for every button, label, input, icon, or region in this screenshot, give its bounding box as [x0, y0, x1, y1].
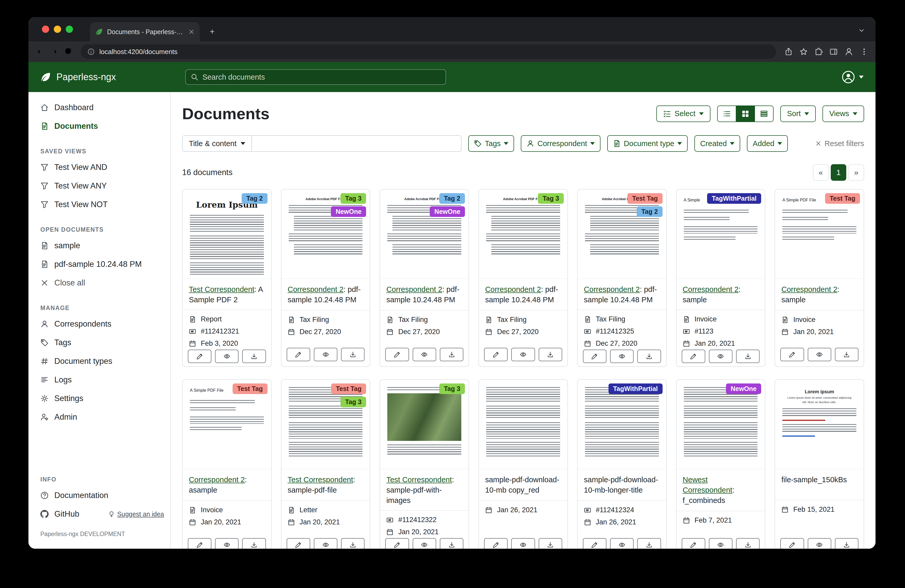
document-thumbnail[interactable]: Adobe Acrobat PDF Files Tag 3 [479, 190, 567, 279]
forward-icon[interactable] [50, 47, 59, 56]
edit-button[interactable] [385, 538, 409, 549]
tag-badge[interactable]: Tag 2 [439, 193, 465, 204]
document-type-filter-button[interactable]: Document type [607, 135, 687, 152]
download-button[interactable] [341, 538, 365, 549]
views-button[interactable]: Views [822, 106, 864, 122]
tag-badge[interactable]: NewOne [331, 206, 366, 217]
edit-button[interactable] [287, 538, 310, 549]
download-button[interactable] [539, 538, 562, 549]
correspondent-filter-button[interactable]: Correspondent [521, 135, 600, 152]
minimize-window-button[interactable] [54, 25, 61, 33]
sidebar-item-documentation[interactable]: Documentation [29, 486, 170, 505]
pagination-page-1[interactable]: 1 [831, 164, 846, 181]
app-brand[interactable]: Paperless-ngx [40, 71, 116, 82]
sidebar-item-documents[interactable]: Documents [29, 117, 170, 135]
bookmark-star-icon[interactable] [799, 48, 808, 56]
document-thumbnail[interactable]: Adobe Acrobat PDF Files Tag 2NewOne [380, 190, 468, 279]
sidebar-item-test-view-any[interactable]: Test View ANY [29, 177, 170, 195]
view-button[interactable] [314, 348, 337, 361]
search-input[interactable] [202, 73, 440, 81]
view-button[interactable] [215, 350, 238, 363]
back-icon[interactable] [36, 47, 44, 56]
edit-button[interactable] [583, 350, 607, 363]
view-button[interactable] [413, 538, 436, 549]
download-button[interactable] [440, 348, 464, 361]
view-button[interactable] [808, 348, 831, 361]
edit-button[interactable] [583, 538, 607, 549]
correspondent-link[interactable]: Newest Correspondent [683, 475, 732, 494]
view-button[interactable] [215, 538, 238, 549]
extensions-puzzle-icon[interactable] [814, 48, 823, 56]
document-thumbnail[interactable]: Adobe Acrobat PDF Files Tag 3NewOne [281, 190, 370, 279]
pagination-next[interactable]: » [848, 164, 864, 181]
edit-button[interactable] [287, 348, 310, 361]
created-filter-button[interactable]: Created [694, 135, 740, 152]
filter-text-input[interactable] [252, 135, 462, 152]
browser-tab[interactable]: Documents - Paperless-ngx [90, 22, 200, 41]
browser-profile-icon[interactable] [845, 47, 853, 56]
document-thumbnail[interactable]: A Simple PDF File Test Tag [775, 190, 864, 279]
select-button[interactable]: Select [656, 106, 710, 122]
sidebar-item-admin[interactable]: Admin [29, 408, 170, 426]
view-button[interactable] [808, 538, 831, 549]
document-thumbnail[interactable]: Lorem ipsum Lorem ipsum dolor sit amet, … [775, 380, 864, 469]
sidebar-item-document-types[interactable]: Document types [29, 352, 170, 371]
sidebar-item-test-view-and[interactable]: Test View AND [29, 158, 170, 177]
edit-button[interactable] [484, 348, 508, 361]
sidebar-item-open-doc-pdf-sample[interactable]: pdf-sample 10.24.48 PM [29, 255, 170, 274]
tags-filter-button[interactable]: Tags [468, 135, 514, 152]
sort-button[interactable]: Sort [780, 106, 816, 122]
view-button[interactable] [314, 538, 337, 549]
correspondent-link[interactable]: Test Correspondent [288, 475, 353, 484]
correspondent-link[interactable]: Correspondent 2 [781, 285, 837, 293]
share-icon[interactable] [784, 48, 793, 56]
view-button[interactable] [610, 538, 634, 549]
url-text[interactable]: localhost:4200/documents [99, 48, 178, 56]
correspondent-link[interactable]: Test Correspondent [189, 285, 254, 293]
download-button[interactable] [539, 348, 562, 361]
correspondent-link[interactable]: Correspondent 2 [485, 285, 541, 293]
tab-search-chevron-icon[interactable] [858, 27, 865, 36]
view-button[interactable] [413, 348, 436, 361]
edit-button[interactable] [484, 538, 508, 549]
edit-button[interactable] [188, 350, 211, 363]
tag-badge[interactable]: Tag 3 [340, 193, 366, 204]
document-thumbnail[interactable]: Tag 3 [380, 380, 468, 469]
edit-button[interactable] [188, 538, 211, 549]
view-details-button[interactable] [754, 106, 773, 122]
download-button[interactable] [835, 348, 859, 361]
sidebar-item-logs[interactable]: Logs [29, 371, 170, 389]
tag-badge[interactable]: NewOne [726, 384, 761, 394]
view-button[interactable] [610, 350, 634, 363]
download-button[interactable] [242, 538, 266, 549]
view-button[interactable] [709, 538, 732, 549]
document-thumbnail[interactable]: TagWithPartial [578, 380, 666, 469]
document-thumbnail[interactable]: Lorem Ipsum Tag 2 [183, 190, 271, 279]
document-thumbnail[interactable]: Test TagTag 3 [281, 380, 370, 469]
suggest-idea-link[interactable]: Suggest an idea [108, 510, 164, 518]
tag-badge[interactable]: Tag 3 [538, 193, 564, 204]
correspondent-link[interactable]: Test Correspondent [386, 475, 452, 484]
edit-button[interactable] [780, 538, 804, 549]
correspondent-link[interactable]: Correspondent 2 [288, 285, 344, 293]
tab-close-icon[interactable] [188, 29, 195, 35]
sidebar-item-open-doc-sample[interactable]: sample [29, 236, 170, 255]
document-thumbnail[interactable]: Adobe Acrobat PDF Files Test TagTag 2 [578, 190, 666, 279]
sidebar-item-github[interactable]: GitHub Suggest an idea [29, 505, 170, 523]
tag-badge[interactable]: Tag 2 [637, 206, 662, 217]
added-filter-button[interactable]: Added [747, 135, 788, 152]
pagination-prev[interactable]: « [813, 164, 829, 181]
new-tab-button[interactable]: + [205, 24, 219, 39]
document-thumbnail[interactable]: A Simple TagWithPartial [676, 190, 765, 279]
sidebar-item-tags[interactable]: Tags [29, 333, 170, 352]
sidebar-item-dashboard[interactable]: Dashboard [29, 98, 170, 117]
document-thumbnail[interactable]: A Simple PDF File Test Tag [183, 380, 271, 469]
browser-menu-kebab-icon[interactable] [860, 48, 868, 56]
tag-badge[interactable]: NewOne [430, 206, 465, 217]
zoom-window-button[interactable] [66, 25, 73, 33]
title-content-dropdown[interactable]: Title & content [182, 135, 252, 152]
download-button[interactable] [637, 538, 661, 549]
tag-badge[interactable]: TagWithPartial [608, 384, 662, 394]
view-grid-button[interactable] [736, 106, 755, 122]
site-info-icon[interactable] [87, 48, 95, 55]
